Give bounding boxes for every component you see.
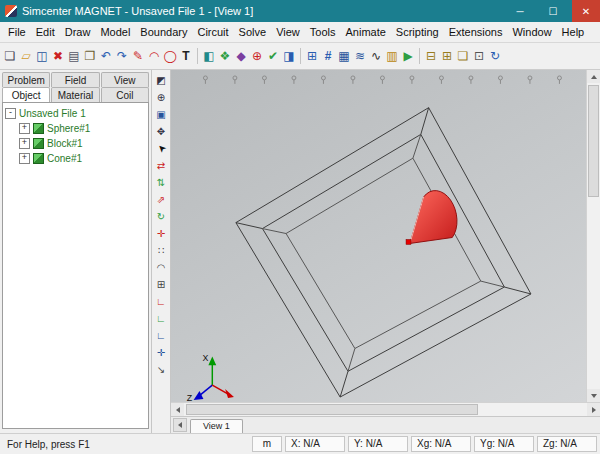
menu-tools[interactable]: Tools <box>305 24 341 40</box>
horizontal-scroll-track[interactable] <box>184 403 587 416</box>
print-icon[interactable]: ▤ <box>66 46 82 66</box>
undo-icon[interactable]: ↶ <box>98 46 114 66</box>
menu-view[interactable]: View <box>271 24 305 40</box>
body-cube-icon <box>33 123 44 134</box>
move-x-icon[interactable]: ⇄ <box>154 158 169 173</box>
move-plane-icon[interactable]: ⇗ <box>154 192 169 207</box>
probe-icon[interactable]: ∿ <box>368 46 384 66</box>
tab-problem[interactable]: Problem <box>2 72 50 87</box>
redo-icon[interactable]: ↷ <box>114 46 130 66</box>
model-wireframe-box[interactable] <box>236 108 531 397</box>
plane-zx-icon[interactable]: ∟ <box>154 328 169 343</box>
plane-xy-icon[interactable]: ∟ <box>154 294 169 309</box>
menu-file[interactable]: File <box>3 24 31 40</box>
origin-icon[interactable]: ✛ <box>154 345 169 360</box>
field-lines-icon[interactable]: ≋ <box>352 46 368 66</box>
menu-animate[interactable]: Animate <box>340 24 390 40</box>
shaded-field-icon[interactable]: ▦ <box>336 46 352 66</box>
vertical-scrollbar[interactable] <box>586 70 600 402</box>
vertical-scroll-track[interactable] <box>587 83 600 389</box>
refresh-icon[interactable]: ↻ <box>487 46 503 66</box>
dynamic-rotate-icon[interactable]: ◩ <box>154 73 169 88</box>
grid-icon[interactable]: # <box>320 46 336 66</box>
new-file-icon[interactable]: ❏ <box>2 46 18 66</box>
menu-solve[interactable]: Solve <box>234 24 272 40</box>
animate-icon[interactable]: ▶ <box>400 46 416 66</box>
vertical-scroll-thumb[interactable] <box>588 85 599 197</box>
select-cursor-icon[interactable]: ➤ <box>150 138 171 159</box>
maximize-button[interactable]: ☐ <box>539 0 567 22</box>
view-tab-scroll-left[interactable] <box>173 418 187 432</box>
make-component-icon[interactable]: ❖ <box>217 46 233 66</box>
menu-scripting[interactable]: Scripting <box>391 24 444 40</box>
assign-material-icon[interactable]: ◆ <box>233 46 249 66</box>
scroll-down-button[interactable] <box>587 389 600 402</box>
check-model-icon[interactable]: ✔ <box>265 46 281 66</box>
tab-coil[interactable]: Coil <box>101 87 149 102</box>
model-canvas[interactable]: X Z <box>171 70 586 402</box>
minimize-button[interactable]: ─ <box>506 0 534 22</box>
horizontal-scroll-thumb[interactable] <box>186 404 478 415</box>
chart-icon[interactable]: ▥ <box>384 46 400 66</box>
menu-window[interactable]: Window <box>507 24 556 40</box>
mesh-icon[interactable]: ⊞ <box>304 46 320 66</box>
open-icon[interactable]: ▱ <box>18 46 34 66</box>
expand-icon[interactable]: + <box>19 153 30 164</box>
draw-line-icon[interactable]: ✎ <box>130 46 146 66</box>
menu-draw[interactable]: Draw <box>60 24 96 40</box>
tab-object[interactable]: Object <box>2 87 50 102</box>
constrain-icon[interactable]: ✛ <box>154 226 169 241</box>
tree-root-label: Unsaved File 1 <box>19 108 86 119</box>
paste-icon[interactable]: ❐ <box>82 46 98 66</box>
model-cone[interactable] <box>406 191 457 245</box>
menu-help[interactable]: Help <box>557 24 590 40</box>
close-button[interactable]: ✕ <box>572 0 600 22</box>
tile-horizontal-icon[interactable]: ⊟ <box>423 46 439 66</box>
viewport[interactable]: X Z <box>171 70 600 402</box>
tab-field[interactable]: Field <box>51 72 99 87</box>
draw-circle-icon[interactable]: ◯ <box>162 46 178 66</box>
zoom-extents-icon[interactable]: ⊡ <box>471 46 487 66</box>
expand-icon[interactable]: + <box>19 123 30 134</box>
view-tab[interactable]: View 1 <box>190 419 243 433</box>
move-y-icon[interactable]: ⇅ <box>154 175 169 190</box>
draw-arc-icon[interactable]: ◠ <box>146 46 162 66</box>
tree-item-block[interactable]: + Block#1 <box>19 136 146 151</box>
tree-item-label: Cone#1 <box>47 153 82 164</box>
menu-boundary[interactable]: Boundary <box>135 24 192 40</box>
scroll-right-button[interactable] <box>587 403 600 416</box>
menu-model[interactable]: Model <box>95 24 135 40</box>
tree-item-sphere[interactable]: + Sphere#1 <box>19 121 146 136</box>
snap-arc-icon[interactable]: ◠ <box>154 260 169 275</box>
status-xg: Xg: N/A <box>411 436 471 452</box>
tab-view[interactable]: View <box>101 72 149 87</box>
scroll-left-button[interactable] <box>171 403 184 416</box>
collapse-icon[interactable]: - <box>5 108 16 119</box>
menu-circuit[interactable]: Circuit <box>192 24 233 40</box>
measure-icon[interactable]: ↘ <box>154 362 169 377</box>
snap-grid-icon[interactable]: ⊞ <box>154 277 169 292</box>
snap-points-icon[interactable]: ∷ <box>154 243 169 258</box>
expand-icon[interactable]: + <box>19 138 30 149</box>
menu-edit[interactable]: Edit <box>31 24 60 40</box>
tab-material[interactable]: Material <box>51 87 99 102</box>
make-box-icon[interactable]: ◧ <box>201 46 217 66</box>
horizontal-scrollbar[interactable] <box>171 402 600 416</box>
tile-vertical-icon[interactable]: ⊞ <box>439 46 455 66</box>
assign-magnet-icon[interactable]: ◨ <box>281 46 297 66</box>
draw-area[interactable]: X Z <box>171 70 586 402</box>
tree-item-cone[interactable]: + Cone#1 <box>19 151 146 166</box>
delete-icon[interactable]: ✖ <box>50 46 66 66</box>
zoom-icon[interactable]: ⊕ <box>154 90 169 105</box>
rotate-icon[interactable]: ↻ <box>154 209 169 224</box>
text-tool-icon[interactable]: T <box>178 46 194 66</box>
scroll-up-button[interactable] <box>587 70 600 83</box>
solve-icon[interactable]: ⊕ <box>249 46 265 66</box>
menu-extensions[interactable]: Extensions <box>444 24 508 40</box>
save-icon[interactable]: ◫ <box>34 46 50 66</box>
tree-root[interactable]: - Unsaved File 1 <box>5 106 146 121</box>
selection-handle[interactable] <box>406 239 411 244</box>
zoom-window-icon[interactable]: ▣ <box>154 107 169 122</box>
cascade-icon[interactable]: ❏ <box>455 46 471 66</box>
plane-yz-icon[interactable]: ∟ <box>154 311 169 326</box>
